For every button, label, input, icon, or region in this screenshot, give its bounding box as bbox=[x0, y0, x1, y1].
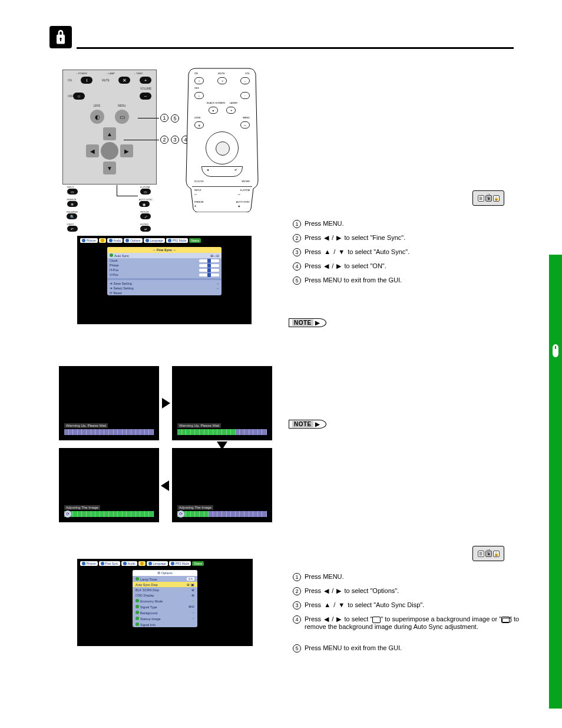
tab-picture[interactable]: Picture bbox=[80, 238, 98, 243]
r-lbl-blk: BLACK SCREEN bbox=[207, 101, 225, 104]
slider-clock[interactable] bbox=[199, 259, 219, 262]
mute-button[interactable]: ✕ bbox=[118, 77, 130, 84]
r-input-button[interactable]: ▭ bbox=[194, 193, 206, 199]
input-button[interactable]: ▭ bbox=[67, 189, 78, 195]
b-step4-num: 4 bbox=[293, 615, 301, 624]
r-lbl-off: OFF bbox=[194, 87, 199, 90]
r-laser-button[interactable]: ✦ bbox=[226, 107, 236, 114]
row-autosync[interactable]: Auto Sync bbox=[114, 254, 129, 258]
slide-opt-b: 🖱 bbox=[485, 195, 492, 202]
lbl-volume: VOLUME bbox=[140, 87, 151, 90]
r-on-button[interactable]: I bbox=[194, 77, 204, 84]
leader-2 bbox=[124, 140, 159, 140]
vol-down-button[interactable]: − bbox=[140, 93, 151, 100]
row-hpos[interactable]: H-Pos bbox=[110, 268, 118, 272]
tab-language[interactable]: Language bbox=[144, 238, 165, 243]
on-button[interactable]: I bbox=[81, 77, 92, 84]
r-menu-button[interactable]: ▭ bbox=[240, 121, 250, 129]
osd-cap-c: Adjusting The Image bbox=[177, 505, 213, 510]
opt-start[interactable]: Startup Image bbox=[140, 617, 161, 621]
row-save[interactable]: Save Setting bbox=[114, 282, 132, 285]
dpad-left[interactable]: ◀ bbox=[86, 144, 99, 157]
tab2-audio[interactable]: Audio bbox=[121, 561, 137, 566]
opt-sig[interactable]: Signal Type bbox=[140, 605, 157, 609]
opt-bg[interactable]: Background bbox=[140, 611, 157, 615]
slide-switch-top: ☰ 🖱 🔒 bbox=[472, 190, 504, 206]
r-autosync-button[interactable]: ◉ bbox=[238, 205, 250, 211]
r-lbl-menu: MENU bbox=[243, 116, 250, 119]
r-blackscreen-button[interactable]: ■ bbox=[209, 107, 218, 114]
autosync-button[interactable]: ◉ bbox=[139, 201, 150, 207]
resize-button[interactable]: ⤢ bbox=[140, 213, 151, 219]
dpad-center[interactable] bbox=[101, 142, 118, 160]
opt-siginfo[interactable]: Signal Info bbox=[140, 623, 156, 627]
tab2-options[interactable] bbox=[138, 561, 146, 566]
opt-lamp-val: 0 h bbox=[187, 577, 194, 581]
b-step2-text: Press ◀ / ▶ to select "Options". bbox=[305, 587, 399, 595]
step5-num: 5 bbox=[293, 276, 301, 285]
opt-blk[interactable]: BLK SCRN Disp bbox=[135, 588, 159, 592]
r-lbl-laser: LASER bbox=[230, 101, 237, 104]
osd-progress-c: ⟳ bbox=[177, 511, 267, 517]
step4-text: Press ◀ / ▶ to select "ON". bbox=[305, 262, 386, 270]
r-freeze-button[interactable]: ❄ bbox=[194, 205, 206, 211]
menu2-title: Options bbox=[161, 571, 173, 575]
lbl-lens: LENS bbox=[93, 104, 100, 107]
dpad-right[interactable]: ▶ bbox=[120, 144, 133, 157]
r-click-bar[interactable]: ◂↵ bbox=[201, 166, 243, 177]
slide-switch-bottom: ☰ 🖱 🔒 bbox=[472, 546, 504, 561]
enter-button[interactable]: ↵ bbox=[140, 226, 151, 232]
osd-progress-a bbox=[64, 429, 154, 435]
row-select[interactable]: Select Setting bbox=[114, 286, 134, 290]
tab2-prjmode[interactable]: PRJ Mode bbox=[169, 561, 191, 566]
dpad-up[interactable]: ▲ bbox=[103, 127, 116, 140]
tab2-language[interactable]: Language bbox=[147, 561, 168, 566]
r-mute-button[interactable]: ✕ bbox=[217, 77, 227, 84]
menu-button[interactable]: ▭ bbox=[115, 110, 129, 124]
row-clock[interactable]: Clock bbox=[110, 259, 118, 262]
slider-phase[interactable] bbox=[199, 264, 219, 267]
leader-3h bbox=[117, 196, 138, 196]
tab-audio[interactable]: Audio bbox=[107, 238, 123, 243]
indicator-power: POWER bbox=[76, 72, 87, 75]
slider-hpos[interactable] bbox=[199, 269, 219, 272]
r-lens-button[interactable]: ◐ bbox=[194, 121, 204, 129]
tab-status[interactable]: Status bbox=[189, 238, 201, 243]
off-button[interactable]: ○ bbox=[73, 93, 85, 100]
tab-options[interactable]: Options bbox=[124, 238, 142, 243]
tab2-finesync[interactable]: Fine Sync bbox=[99, 561, 120, 566]
freeze-button[interactable]: ❄ bbox=[67, 201, 78, 207]
gui-tabs-2: Picture Fine Sync Audio Language PRJ Mod… bbox=[78, 559, 252, 568]
row-phase[interactable]: Phase bbox=[110, 263, 119, 267]
tab2-status[interactable]: Status bbox=[192, 561, 204, 566]
r-voldown-button[interactable]: − bbox=[240, 92, 250, 99]
vol-up-button[interactable]: + bbox=[140, 77, 151, 84]
tab2-picture[interactable]: Picture bbox=[80, 561, 98, 566]
osd-cap-d: Adjusting The Image bbox=[64, 505, 100, 510]
r-mouse-ring[interactable] bbox=[206, 131, 239, 164]
slider-vpos[interactable] bbox=[199, 274, 219, 276]
ezoom-button[interactable]: ▭ bbox=[140, 189, 151, 195]
r-lbl-autosync: AUTO SYNC bbox=[236, 200, 250, 203]
lens-button[interactable]: ◐ bbox=[90, 110, 104, 124]
row-vpos[interactable]: V-Pos bbox=[110, 273, 118, 276]
r-volup-button[interactable]: + bbox=[240, 77, 250, 84]
r-off-button[interactable]: ○ bbox=[194, 92, 204, 99]
opt-osd[interactable]: OSD Display bbox=[135, 594, 154, 597]
r-ezoom-button[interactable]: ▭ bbox=[238, 193, 250, 199]
row-reset[interactable]: Reset bbox=[114, 291, 122, 295]
enlarge-button[interactable]: 🔍 bbox=[67, 213, 77, 219]
dpad-down[interactable]: ▼ bbox=[103, 162, 116, 174]
r-lbl-lens: LENS bbox=[194, 116, 200, 119]
tab-finesync[interactable] bbox=[99, 238, 106, 243]
b-step1-text: Press MENU. bbox=[305, 573, 344, 580]
dpad[interactable]: ▲ ▼ ◀ ▶ bbox=[86, 127, 133, 174]
tab-prjmode[interactable]: PRJ Mode bbox=[166, 238, 188, 243]
opt-autosyncdisp[interactable]: Auto Sync Disp bbox=[135, 583, 158, 587]
r-lbl-ezoom: E-ZOOM bbox=[240, 189, 250, 192]
opt-eco[interactable]: Economy Mode bbox=[140, 599, 163, 603]
undo-button[interactable]: ↶ bbox=[67, 226, 78, 232]
r-mouse-center[interactable] bbox=[216, 141, 230, 156]
opt-lamp[interactable]: Lamp Timer bbox=[140, 578, 157, 581]
flow-arrow-down bbox=[217, 442, 227, 450]
